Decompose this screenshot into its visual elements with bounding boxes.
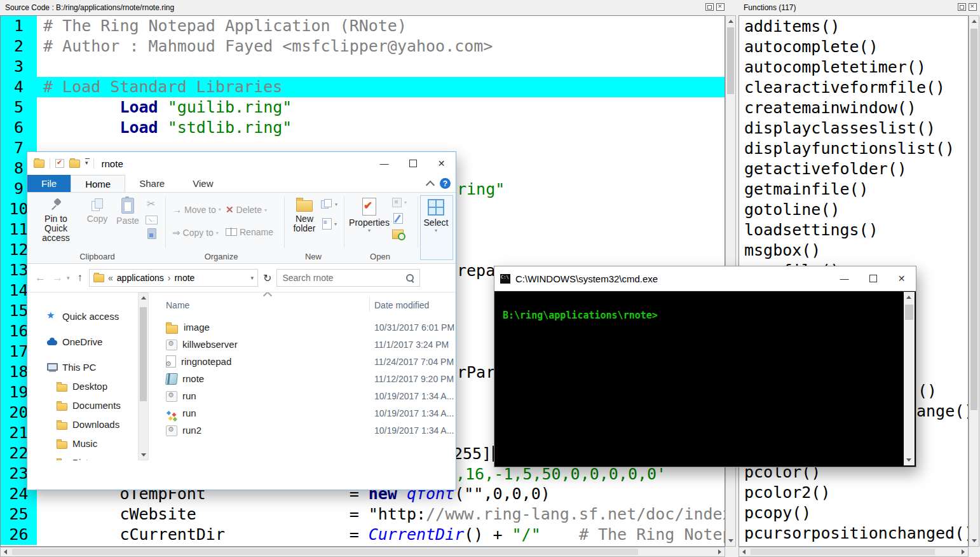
code-line[interactable]: 3 bbox=[1, 57, 725, 77]
function-list-item[interactable]: loadsettings() bbox=[739, 220, 968, 240]
customize-qat-icon[interactable]: ▾ bbox=[85, 160, 88, 166]
tab-file[interactable]: File bbox=[27, 175, 71, 192]
function-list-item[interactable]: displayclasseslist() bbox=[739, 118, 968, 139]
move-to-button[interactable]: → Move to▾ bbox=[172, 204, 221, 215]
delete-button[interactable]: ✕ Delete▾ bbox=[226, 204, 267, 216]
cmd-scroll-thumb[interactable] bbox=[905, 305, 913, 320]
file-row[interactable]: image10/31/2017 6:01 PM bbox=[149, 319, 456, 336]
functions-panel-float-icon[interactable] bbox=[958, 3, 966, 11]
tab-home[interactable]: Home bbox=[71, 175, 125, 192]
functions-vscroll-thumb[interactable] bbox=[970, 29, 977, 410]
function-list-item[interactable]: msgbox() bbox=[739, 240, 968, 261]
copy-path-button[interactable]: ＼.. bbox=[146, 216, 158, 224]
address-dropdown-icon[interactable]: ▾ bbox=[251, 275, 254, 281]
select-button[interactable]: Select ▾ bbox=[421, 199, 451, 233]
recent-locations-icon[interactable]: ▾ bbox=[67, 275, 70, 281]
cmd-maximize-button[interactable] bbox=[859, 266, 887, 291]
function-list-item[interactable]: gotoline() bbox=[739, 200, 968, 220]
explorer-minimize-button[interactable]: — bbox=[370, 152, 398, 175]
code-line[interactable]: 4# Load Standard Libraries bbox=[1, 77, 725, 97]
function-list-item[interactable]: getmainfile() bbox=[739, 179, 968, 200]
search-icon[interactable] bbox=[405, 273, 414, 282]
new-folder-button[interactable]: New folder bbox=[287, 198, 322, 233]
sidebar-item-this-pc[interactable]: This PC bbox=[46, 359, 96, 375]
explorer-titlebar[interactable]: ▾ rnote — ✕ bbox=[27, 152, 456, 175]
functions-hscroll-thumb[interactable] bbox=[751, 549, 935, 555]
cmd-close-button[interactable]: ✕ bbox=[887, 266, 916, 291]
sidebar-scroll-thumb[interactable] bbox=[140, 307, 147, 401]
function-list-item[interactable]: pcopy() bbox=[739, 503, 968, 523]
tab-share[interactable]: Share bbox=[125, 175, 179, 192]
file-row[interactable]: run210/19/2017 1:34 A... bbox=[149, 422, 456, 439]
functions-horizontal-scrollbar[interactable] bbox=[738, 547, 969, 557]
copy-to-button[interactable]: ⇒ Copy to▾ bbox=[172, 227, 219, 238]
explorer-maximize-button[interactable] bbox=[398, 152, 427, 175]
collapse-ribbon-icon[interactable] bbox=[426, 180, 435, 189]
code-line[interactable]: 5 Load "guilib.ring" bbox=[1, 97, 725, 118]
code-line[interactable]: 2# Author : Mahmoud Fayed <msfclipper@ya… bbox=[1, 36, 725, 57]
function-list-item[interactable]: pcolor2() bbox=[739, 483, 968, 503]
column-header-date-modified[interactable]: Date modified bbox=[374, 300, 429, 310]
breadcrumb-applications[interactable]: applications bbox=[117, 273, 164, 283]
sidebar-item-music[interactable]: Music bbox=[57, 436, 97, 451]
sidebar-item-desktop[interactable]: Desktop bbox=[57, 378, 107, 394]
function-list-item[interactable]: clearactiveformfile() bbox=[739, 78, 968, 98]
function-list-item[interactable]: getactivefolder() bbox=[739, 159, 968, 179]
up-icon[interactable]: ↑ bbox=[78, 272, 83, 284]
copy-button[interactable]: Copy bbox=[83, 198, 111, 224]
source-hscroll-thumb[interactable] bbox=[12, 549, 638, 555]
source-panel-float-icon[interactable] bbox=[705, 3, 714, 11]
back-icon[interactable]: ← bbox=[35, 272, 46, 284]
help-icon[interactable]: ? bbox=[440, 178, 451, 189]
function-list-item[interactable]: createmainwindow() bbox=[739, 98, 968, 118]
breadcrumb-prefix[interactable]: « bbox=[108, 273, 113, 283]
source-panel-close-icon[interactable] bbox=[716, 3, 725, 11]
code-line[interactable]: 26 cCurrentDir = CurrentDir() + "/" # Th… bbox=[1, 525, 725, 545]
sidebar-item-quick-access[interactable]: Quick access bbox=[46, 308, 119, 324]
tab-view[interactable]: View bbox=[179, 175, 227, 192]
sidebar-item-onedrive[interactable]: OneDrive bbox=[46, 334, 102, 349]
sidebar-scrollbar[interactable] bbox=[138, 292, 149, 460]
open-button[interactable]: ▾ bbox=[392, 198, 407, 207]
search-box[interactable]: Search rnote bbox=[276, 269, 420, 287]
history-button[interactable] bbox=[392, 230, 404, 239]
source-horizontal-scrollbar[interactable] bbox=[0, 547, 725, 557]
sidebar-item-downloads[interactable]: Downloads bbox=[57, 416, 119, 432]
forward-icon[interactable]: → bbox=[52, 272, 63, 284]
sidebar-item-documents[interactable]: Documents bbox=[57, 397, 121, 413]
pin-to-quick-access-button[interactable]: Pin to Quick access bbox=[32, 198, 79, 243]
function-list-item[interactable]: autocomplete() bbox=[739, 37, 968, 57]
column-header-name[interactable]: Name bbox=[166, 300, 189, 310]
properties-button[interactable]: Properties ▾ bbox=[350, 198, 388, 233]
functions-panel-close-icon[interactable] bbox=[969, 3, 977, 11]
function-list-item[interactable]: autocompletetimer() bbox=[739, 57, 968, 78]
cmd-titlebar[interactable]: C:\WINDOWS\system32\cmd.exe — ✕ bbox=[494, 266, 916, 291]
refresh-icon[interactable]: ↻ bbox=[263, 272, 271, 284]
functions-vertical-scrollbar[interactable] bbox=[969, 15, 979, 547]
properties-qat-icon[interactable] bbox=[55, 159, 64, 168]
file-row[interactable]: ringnotepad11/24/2017 7:04 PM bbox=[149, 353, 456, 370]
file-row[interactable]: rnote11/12/2017 9:20 PM bbox=[149, 370, 456, 387]
address-bar[interactable]: « applications › rnote ▾ bbox=[89, 269, 258, 287]
paste-shortcut-button[interactable] bbox=[147, 228, 156, 239]
code-line[interactable]: 6 Load "stdlib.ring" bbox=[1, 118, 725, 138]
explorer-close-button[interactable]: ✕ bbox=[427, 152, 456, 175]
source-vscroll-thumb[interactable] bbox=[727, 27, 734, 94]
breadcrumb-rnote[interactable]: rnote bbox=[174, 273, 194, 283]
new-item-button[interactable]: ▾ bbox=[321, 199, 337, 209]
easy-access-button[interactable]: ▾ bbox=[322, 218, 337, 230]
file-row[interactable]: run10/19/2017 1:34 A... bbox=[149, 387, 456, 404]
new-folder-qat-icon[interactable] bbox=[69, 160, 80, 168]
code-line[interactable]: 25 cWebsite = "http://www.ring-lang.sf.n… bbox=[1, 504, 725, 525]
function-list-item[interactable]: additems() bbox=[739, 17, 968, 37]
code-line[interactable]: 1# The Ring Notepad Application (RNote) bbox=[1, 16, 725, 36]
file-row[interactable]: run10/19/2017 1:34 A... bbox=[149, 404, 456, 422]
file-row[interactable]: killwebserver11/1/2017 3:24 PM bbox=[149, 336, 456, 353]
function-list-item[interactable]: displayfunctionslist() bbox=[739, 139, 968, 159]
sidebar-item-pictures[interactable]: Pictures bbox=[57, 455, 107, 460]
paste-button[interactable]: Paste bbox=[114, 198, 142, 226]
rename-button[interactable]: Rename bbox=[226, 227, 273, 237]
cut-button[interactable]: ✂ bbox=[147, 199, 155, 209]
edit-button[interactable] bbox=[393, 213, 403, 224]
function-list-item[interactable]: pcursorpositionchanged() bbox=[739, 523, 968, 544]
